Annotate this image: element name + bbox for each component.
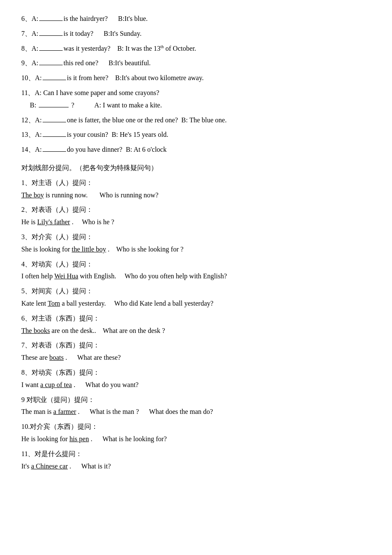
q12-label: 12、A: <box>21 114 42 127</box>
e11-pre: It's <box>21 462 31 470</box>
question-6: 6、A: is the hairdryer? B:It's blue. <box>21 13 371 25</box>
e11-sentence: It's a Chinese car . What is it? <box>21 460 371 473</box>
e1-meta: 1、对主语（人）提问： <box>21 177 371 189</box>
q11-a: 11、A: Can I have some paper and some cra… <box>21 87 371 99</box>
e4-sentence: I often help Wei Hua with English. Who d… <box>21 270 371 283</box>
question-13: 13、A: is your cousin? B: He's 15 years o… <box>21 129 371 141</box>
e3-answer: Who is she looking for ? <box>116 246 184 253</box>
q8-text: was it yesterday? B: It was the 13th of … <box>63 43 196 55</box>
e6-answer: What are on the desk ? <box>103 327 165 334</box>
e9-pre: The man is <box>21 408 53 415</box>
question-9: 9、A: this red one? B:It's beautiful. <box>21 57 371 69</box>
q11-blank <box>39 107 69 107</box>
worksheet-content: 6、A: is the hairdryer? B:It's blue. 7、A:… <box>21 13 371 472</box>
e11-meta: 11、对是什么提问： <box>21 448 371 460</box>
e10-answer: What is he looking for? <box>102 435 167 442</box>
e3-rest: . <box>108 246 110 253</box>
e8-answer: What do you want? <box>85 381 138 388</box>
q8-blank <box>39 50 63 51</box>
e8-rest: . <box>74 381 75 388</box>
e11-underline: a Chinese car <box>31 462 68 470</box>
e10-sentence: He is looking for his pen . What is he l… <box>21 433 371 445</box>
example-9: 9 对职业（提问）提问： The man is a farmer . What … <box>21 394 371 419</box>
q13-blank <box>43 136 66 137</box>
q10-text: is it from here? B:It's about two kilome… <box>67 72 204 84</box>
e9-rest: . <box>78 408 80 415</box>
e7-meta: 7、对表语（东西）提问： <box>21 339 371 352</box>
e2-meta: 2、对表语（人）提问： <box>21 204 371 216</box>
q6-blank <box>39 20 63 21</box>
q9-blank <box>39 65 63 65</box>
e9-answer2: What does the man do? <box>149 408 213 415</box>
e5-sentence: Kate lent Tom a ball yesterday. Who did … <box>21 298 371 310</box>
q6-label: 6、A: <box>21 13 38 25</box>
e9-meta: 9 对职业（提问）提问： <box>21 394 371 406</box>
e8-pre: I want <box>21 381 40 388</box>
e2-pre: He is <box>21 218 37 225</box>
example-6: 6、对主语（东西）提问： The books are on the desk..… <box>21 312 371 337</box>
e6-underline: The books <box>21 327 50 334</box>
e1-rest: is running now. <box>46 191 88 199</box>
e7-pre: These are <box>21 354 49 361</box>
e2-answer: Who is he ? <box>82 218 114 225</box>
example-4: 4、对动宾（人）提问： I often help Wei Hua with En… <box>21 258 371 283</box>
e10-pre: He is looking for <box>21 435 69 442</box>
q10-blank <box>43 80 66 80</box>
q8-label: 8、A: <box>21 43 38 55</box>
example-7: 7、对表语（东西）提问： These are boats . What are … <box>21 339 371 364</box>
e1-underline: The boy <box>21 191 44 199</box>
q9-label: 9、A: <box>21 57 38 69</box>
e4-underline: Wei Hua <box>54 272 78 280</box>
example-8: 8、对动宾（东西）提问： I want a cup of tea . What … <box>21 367 371 391</box>
e2-sentence: He is Lily's father . Who is he ? <box>21 216 371 228</box>
q13-text: is your cousin? B: He's 15 years old. <box>67 129 168 141</box>
e9-sentence: The man is a farmer . What is the man ? … <box>21 406 371 418</box>
e6-meta: 6、对主语（东西）提问： <box>21 312 371 325</box>
e6-rest: are on the desk.. <box>52 327 96 334</box>
e11-rest: . <box>69 462 71 470</box>
e4-answer: Who do you often help with English? <box>125 272 227 280</box>
question-14: 14、A: do you have dinner? B: At 6 o'cloc… <box>21 144 371 156</box>
e7-rest: . <box>66 354 67 361</box>
e7-sentence: These are boats . What are these? <box>21 352 371 364</box>
e3-sentence: She is looking for the little boy . Who … <box>21 243 371 256</box>
example-10: 10.对介宾（东西）提问： He is looking for his pen … <box>21 421 371 445</box>
question-7: 7、A: is it today? B:It's Sunday. <box>21 28 371 40</box>
e3-pre: She is looking for <box>21 246 72 253</box>
q7-blank <box>39 35 63 36</box>
e4-pre: I often help <box>21 272 54 280</box>
q11-b: B: ? A: I want to make a kite. <box>30 99 371 112</box>
section-title: 对划线部分提问。（把各句变为特殊疑问句） <box>21 162 371 174</box>
e10-underline: his pen <box>69 435 89 442</box>
e2-rest: . <box>72 218 73 225</box>
e5-pre: Kate lent <box>21 300 48 307</box>
q14-blank <box>43 151 66 152</box>
question-10: 10、A: is it from here? B:It's about two … <box>21 72 371 84</box>
e5-answer: Who did Kate lend a ball yesterday? <box>114 300 213 307</box>
e3-underline: the little boy <box>72 246 106 253</box>
q6-text: is the hairdryer? B:It's blue. <box>63 13 148 25</box>
e9-answer1: What is the man ? <box>90 408 139 415</box>
example-11: 11、对是什么提问： It's a Chinese car . What is … <box>21 448 371 473</box>
q9-text: this red one? B:It's beautiful. <box>63 57 151 69</box>
question-8: 8、A: was it yesterday? B: It was the 13t… <box>21 43 371 55</box>
e1-answer: Who is running now? <box>100 191 159 199</box>
e7-answer: What are these? <box>77 354 121 361</box>
example-1: 1、对主语（人）提问： The boy is running now. Who … <box>21 177 371 202</box>
e6-sentence: The books are on the desk.. What are on … <box>21 325 371 337</box>
e8-sentence: I want a cup of tea . What do you want? <box>21 379 371 391</box>
question-12: 12、A: one is fatter, the blue one or the… <box>21 114 371 127</box>
e8-underline: a cup of tea <box>40 381 72 388</box>
e3-meta: 3、对介宾（人）提问： <box>21 231 371 243</box>
e1-sentence: The boy is running now. Who is running n… <box>21 189 371 202</box>
q14-label: 14、A: <box>21 144 42 156</box>
example-5: 5、对间宾（人）提问： Kate lent Tom a ball yesterd… <box>21 285 371 310</box>
e10-rest: . <box>91 435 92 442</box>
q10-label: 10、A: <box>21 72 42 84</box>
q7-text: is it today? B:It's Sunday. <box>63 28 141 40</box>
example-3: 3、对介宾（人）提问： She is looking for the littl… <box>21 231 371 256</box>
e4-rest: with English. <box>80 272 116 280</box>
question-11: 11、A: Can I have some paper and some cra… <box>21 87 371 112</box>
e11-answer: What is it? <box>81 462 111 470</box>
q12-text: one is fatter, the blue one or the red o… <box>67 114 227 127</box>
